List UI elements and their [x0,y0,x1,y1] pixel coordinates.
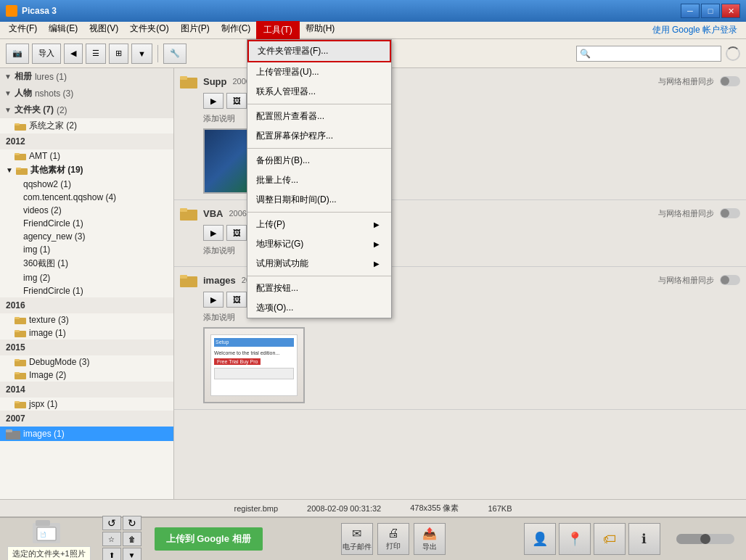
dropdown-label: 配置按钮... [256,282,298,295]
sidebar-item-image2016[interactable]: image (1) [0,326,173,339]
dropdown-item-geotag[interactable]: 地理标记(G) ▶ [247,234,391,254]
file-icon-area: 📄 [33,517,65,545]
menu-edit[interactable]: 编辑(E) [43,21,83,39]
email-label: 电子邮件 [343,542,372,552]
sidebar-item-jspx[interactable]: jspx (1) [0,398,173,411]
camera-icon: 📷 [12,49,22,58]
google-account-link[interactable]: 使用 Google 帐户登录 [652,24,743,36]
sidebar-item-label: img (1) [23,244,50,255]
toolbar-list-view-button[interactable]: ☰ [86,44,106,64]
sidebar-item-agency[interactable]: agency_new (3) [0,230,173,243]
toolbar-import-button[interactable]: 导入 [32,44,61,64]
toolbar-action-button[interactable]: 🔧 [163,44,186,64]
photo-button-vba[interactable]: 🖼 [226,225,247,241]
sidebar-item-system[interactable]: 系统之家 (2) [0,118,173,133]
dropdown-item-folder-manager[interactable]: 文件夹管理器(F)... [247,40,391,62]
sidebar-item-screenshot[interactable]: 360截图 (1) [0,256,173,271]
toolbar-grid-view-button[interactable]: ⊞ [109,44,128,64]
group-title-images: images [203,275,236,286]
sidebar-item-friendcircle2[interactable]: FriendCircle (1) [0,284,173,297]
menu-help[interactable]: 帮助(H) [300,21,341,39]
sidebar-item-label: jspx (1) [29,399,57,409]
photo-button-images[interactable]: 🖼 [226,292,247,308]
email-icon: ✉ [352,527,361,540]
photo-button[interactable]: 🖼 [226,93,247,109]
people-button[interactable]: 👤 [524,523,556,555]
sidebar-item-label: DebugMode (3) [29,357,89,367]
sidebar-item-qqshow[interactable]: com.tencent.qqshow (4) [0,191,173,204]
export-button[interactable]: 📤 导出 [414,523,446,555]
menu-tools[interactable]: 工具(T) [256,21,299,39]
sidebar-section-people[interactable]: ▼ 人物 nshots (3) [0,85,173,102]
toolbar-back-button[interactable]: ◀ [64,44,83,64]
dropdown-label: 配置照片查看器... [256,110,324,123]
folder-down-button[interactable]: ▼ [123,548,142,560]
sidebar-item-other-material[interactable]: ▼ 其他素材 (19) [0,162,173,178]
submenu-arrow: ▶ [374,260,380,268]
sidebar-people-suffix: nshots (3) [35,88,73,99]
dropdown-item-options[interactable]: 选项(O)... [247,298,391,318]
print-button[interactable]: 🖨 打印 [377,523,409,555]
toolbar-camera-button[interactable]: 📷 [6,44,29,64]
zoom-slider[interactable] [676,534,734,544]
sidebar-section-folders[interactable]: ▼ 文件夹 (7) (2) [0,102,173,118]
toolbar-view-toggle-button[interactable]: ▼ [131,44,152,64]
dropdown-item-batch-upload[interactable]: 批量上传... [247,170,391,190]
selection-label: 选定的文件夹+1照片 [7,546,91,561]
play-button-vba[interactable]: ▶ [203,225,224,241]
search-box[interactable]: 🔍 [576,46,721,62]
upload-google-button[interactable]: 上传到 Google 相册 [155,527,263,551]
sidebar-item-img2[interactable]: img (2) [0,271,173,284]
rotate-left-button[interactable]: ↺ [102,516,121,530]
dropdown-item-upload-manager[interactable]: 上传管理器(U)... [247,62,391,82]
play-button-images[interactable]: ▶ [203,292,224,308]
folder-up-button[interactable]: ⬆ [102,548,121,560]
menu-folder[interactable]: 文件夹(O) [124,21,174,39]
sidebar-item-qqshow2[interactable]: qqshow2 (1) [0,178,173,191]
sidebar-item-image2015[interactable]: Image (2) [0,368,173,382]
dropdown-item-config-button[interactable]: 配置按钮... [247,279,391,298]
search-input[interactable] [592,49,718,58]
sync-toggle-vba[interactable] [720,208,740,218]
sync-toggle-images[interactable] [720,275,740,285]
sidebar-item-videos[interactable]: videos (2) [0,204,173,217]
location-button[interactable]: 📍 [559,523,591,555]
dropdown-item-experimental[interactable]: 试用测试功能 ▶ [247,254,391,273]
rotate-right-button[interactable]: ↻ [123,516,142,530]
thumbnail-register[interactable]: Setup Welcome to the trial edition... Fr… [203,327,305,403]
sidebar-item-images-selected[interactable]: images (1) [0,427,173,441]
sidebar-item-label: videos (2) [23,205,62,215]
sidebar-item-label: 系统之家 (2) [29,120,77,132]
tag-button[interactable]: 🏷 [594,523,626,555]
restore-button[interactable]: □ [701,4,720,18]
dropdown-item-adjust-datetime[interactable]: 调整日期和时间(D)... [247,190,391,210]
close-button[interactable]: ✕ [721,4,740,18]
dropdown-item-config-screensaver[interactable]: 配置屏幕保护程序... [247,126,391,146]
dropdown-label: 上传管理器(U)... [256,66,319,78]
sidebar-section-albums[interactable]: ▼ 相册 lures (1) [0,68,173,85]
info-icon: ℹ [642,531,647,547]
email-button[interactable]: ✉ 电子邮件 [341,523,373,555]
sidebar-item-texture[interactable]: texture (3) [0,313,173,326]
star-toggle-button[interactable]: ☆ [102,532,121,546]
menu-file[interactable]: 文件(F) [3,21,43,39]
delete-button[interactable]: 🗑 [123,532,142,546]
sync-toggle[interactable] [720,76,740,86]
sidebar-item-debugmode[interactable]: DebugMode (3) [0,355,173,368]
play-button[interactable]: ▶ [203,93,224,109]
menu-create[interactable]: 制作(C) [216,21,257,39]
sidebar-item-friendcircle1[interactable]: FriendCircle (1) [0,217,173,230]
people-icon: 👤 [532,531,548,547]
menu-picture[interactable]: 图片(P) [175,21,216,39]
sidebar-item-amt[interactable]: AMT (1) [0,149,173,162]
dropdown-item-backup[interactable]: 备份图片(B)... [247,151,391,170]
minimize-button[interactable]: ─ [681,4,700,18]
dropdown-item-contact-manager[interactable]: 联系人管理器... [247,82,391,102]
sidebar-item-img1[interactable]: img (1) [0,243,173,256]
dropdown-item-upload[interactable]: 上传(P) ▶ [247,215,391,234]
folder-icon-image2015 [15,371,26,379]
arrow-icon-other: ▼ [6,166,13,174]
info-button[interactable]: ℹ [628,523,660,555]
dropdown-item-config-viewer[interactable]: 配置照片查看器... [247,107,391,126]
menu-view[interactable]: 视图(V) [83,21,124,39]
